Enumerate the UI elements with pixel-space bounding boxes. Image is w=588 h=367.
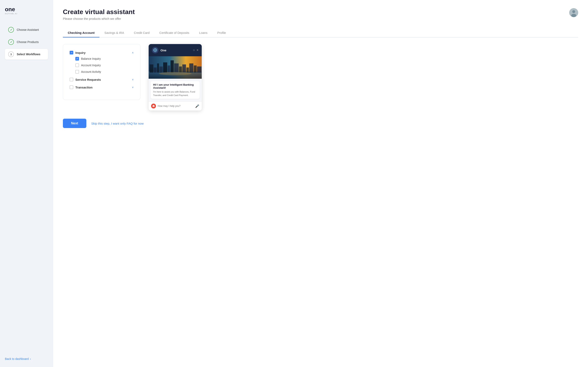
svg-rect-23 [194,66,197,73]
step-label-2: Choose Products [17,40,39,44]
steps-list: ✓ Choose Assistant ✓ Choose Products 3 S… [5,25,48,352]
tab-checking[interactable]: Checking Account [63,29,99,38]
svg-rect-19 [179,67,182,73]
step-check-1: ✓ [10,28,12,31]
mic-icon[interactable]: 🎤 [195,104,199,108]
svg-rect-27 [153,105,154,106]
chat-city-image [149,56,202,79]
chat-greeting-bubble: Hi! I am your Intelligent Banking Assist… [151,81,200,99]
svg-point-25 [159,72,191,75]
svg-point-29 [154,106,154,106]
step-circle-1: ✓ [8,27,14,33]
back-to-dashboard-link[interactable]: Back to dashboard › [5,352,48,360]
svg-rect-9 [149,56,202,79]
step-label-3: Select Workflows [17,53,40,56]
logo-sub: ACTIVE.AI [5,13,48,15]
step-circle-2: ✓ [8,39,14,45]
tab-loans[interactable]: Loans [194,29,212,38]
page-title: Create virtual assistant [63,8,135,16]
content-area: Inquiry ∧ Balance Inquiry Account Inquir… [63,44,578,110]
checkbox-inquiry[interactable] [70,51,73,54]
chevron-right-icon: › [30,357,31,360]
svg-point-28 [153,106,153,106]
tab-savings[interactable]: Savings & IRA [99,29,129,38]
child-account-inquiry-label: Account Inquiry [81,64,101,67]
svg-rect-18 [174,63,179,73]
section-service-header: Service Requests ∨ [70,78,134,81]
step-item-2[interactable]: ✓ Choose Products [5,37,48,47]
chevron-service-icon[interactable]: ∨ [132,78,134,81]
next-button[interactable]: Next [63,119,86,128]
skip-link[interactable]: Skip this step, I want only FAQ for now [91,122,144,125]
tab-credit[interactable]: Credit Card [129,29,155,38]
step-label-1: Choose Assistant [17,28,39,31]
svg-rect-14 [159,67,163,73]
chevron-transaction-icon[interactable]: ∨ [132,86,134,89]
page-subtitle: Please choose the products which we offe… [63,17,135,20]
svg-rect-21 [186,67,189,73]
section-transaction-title-row: Transaction [70,85,93,89]
section-service: Service Requests ∨ [70,78,134,81]
chat-greeting-body: I'm here to assist you with Balances, Fu… [153,90,197,97]
page-header: Create virtual assistant Please choose t… [63,8,135,20]
section-transaction-label: Transaction [75,86,93,89]
chat-minimize-icon[interactable]: ○ [193,48,195,52]
tabs: Checking Account Savings & IRA Credit Ca… [63,29,578,38]
chat-logo-icon [152,47,158,53]
svg-rect-15 [163,62,167,73]
section-inquiry: Inquiry ∧ Balance Inquiry Account Inquir… [70,51,134,74]
svg-rect-22 [189,63,193,73]
chat-header: One ○ × [149,44,202,56]
child-account-inquiry: Account Inquiry [75,63,134,67]
chat-input-field[interactable] [158,105,194,108]
chat-body: Hi! I am your Intelligent Banking Assist… [149,56,202,101]
chat-header-icons: ○ × [193,48,199,52]
user-avatar[interactable] [569,8,578,17]
svg-point-4 [154,49,156,51]
section-inquiry-title-row: Inquiry [70,51,86,54]
step-circle-3: 3 [8,51,14,57]
svg-rect-24 [197,67,201,73]
child-balance-label: Balance Inquiry [81,57,101,60]
checkbox-balance[interactable] [75,57,79,60]
checkbox-service[interactable] [70,78,73,81]
sidebar: one ACTIVE.AI ✓ Choose Assistant ✓ Choos… [0,0,53,367]
section-service-title-row: Service Requests [70,78,101,81]
section-transaction-header: Transaction ∨ [70,85,134,89]
child-account-activity: Account Activity [75,70,134,74]
section-inquiry-children: Balance Inquiry Account Inquiry Account … [70,57,134,74]
chat-input-area: 🎤 [149,101,202,110]
workflow-card: Inquiry ∧ Balance Inquiry Account Inquir… [63,44,140,100]
child-account-activity-label: Account Activity [81,70,101,73]
logo-text: one [5,7,48,12]
actions: Next Skip this step, I want only FAQ for… [63,119,578,128]
step-item-3[interactable]: 3 Select Workflows [5,49,48,59]
step-item-1[interactable]: ✓ Choose Assistant [5,25,48,35]
checkbox-transaction[interactable] [70,85,73,89]
svg-rect-13 [157,63,159,73]
section-service-label: Service Requests [75,78,101,81]
svg-rect-11 [150,64,153,73]
checkbox-account-inquiry[interactable] [75,63,79,67]
main-content: Create virtual assistant Please choose t… [53,0,588,367]
section-inquiry-label: Inquiry [75,51,86,54]
svg-rect-12 [154,67,156,73]
section-transaction: Transaction ∨ [70,85,134,89]
svg-rect-20 [182,64,186,73]
step-check-2: ✓ [10,40,12,44]
header-row: Create virtual assistant Please choose t… [63,8,578,20]
tab-cds[interactable]: Certificate of Deposits [155,29,194,38]
svg-rect-10 [149,72,202,79]
chat-input-bot-icon [151,104,156,108]
svg-point-2 [571,14,576,17]
chevron-inquiry-icon[interactable]: ∧ [132,51,134,54]
chat-close-icon[interactable]: × [197,48,199,52]
chat-greeting-title: Hi! I am your Intelligent Banking Assist… [153,83,197,89]
svg-point-1 [572,10,575,13]
tab-profile[interactable]: Profile [212,29,231,38]
checkbox-account-activity[interactable] [75,70,79,74]
child-balance-inquiry: Balance Inquiry [75,57,134,60]
logo: one ACTIVE.AI [5,7,48,15]
svg-rect-17 [171,60,174,73]
section-inquiry-header: Inquiry ∧ [70,51,134,54]
